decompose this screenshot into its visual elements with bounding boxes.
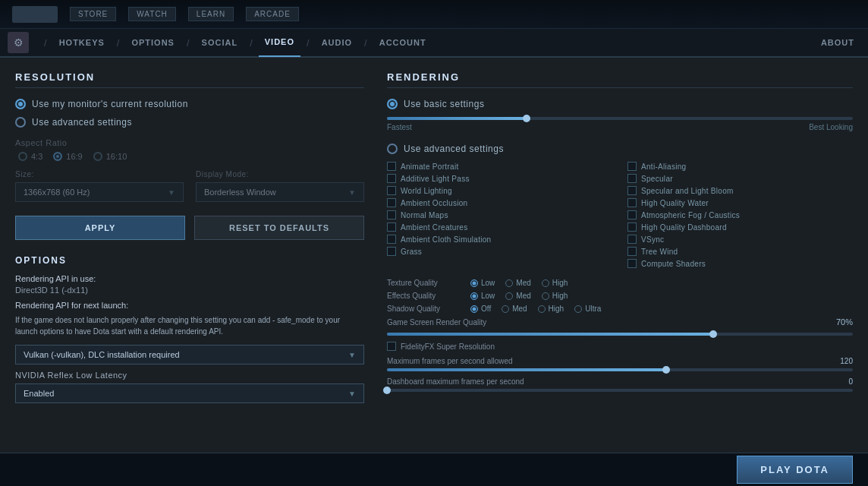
checkbox-ambient-occlusion-box[interactable]	[387, 198, 396, 207]
effects-high-radio[interactable]	[542, 292, 549, 300]
texture-low[interactable]: Low	[470, 279, 495, 287]
max-frames-slider-track[interactable]	[387, 368, 853, 371]
gsrq-slider-thumb[interactable]	[709, 330, 717, 338]
api-warning: If the game does not launch properly aft…	[15, 314, 364, 337]
nvidia-select[interactable]: Enabled ▼	[15, 383, 364, 403]
checkbox-anti-aliasing[interactable]: Anti-Aliasing	[627, 162, 853, 171]
effects-high[interactable]: High	[542, 292, 568, 300]
aspect-16-10[interactable]: 16:10	[93, 152, 127, 161]
checkbox-animate-portrait-box[interactable]	[387, 162, 396, 171]
checkbox-ambient-occlusion[interactable]: Ambient Occlusion	[387, 198, 612, 207]
checkbox-cloth-sim[interactable]: Ambient Cloth Simulation	[387, 235, 612, 244]
render-quality-slider-thumb[interactable]	[523, 115, 530, 122]
checkbox-specular-bloom-box[interactable]	[627, 186, 637, 195]
checkbox-additive-light[interactable]: Additive Light Pass	[387, 174, 612, 183]
shadow-med[interactable]: Med	[502, 305, 527, 313]
store-button[interactable]: STORE	[70, 7, 116, 21]
dashboard-frames-slider-track[interactable]	[387, 389, 853, 392]
radio-16-10[interactable]	[93, 152, 102, 161]
play-button[interactable]: PLAY DOTA	[737, 456, 853, 484]
checkbox-grass[interactable]: Grass	[387, 247, 612, 256]
shadow-off-radio[interactable]	[470, 305, 478, 313]
checkbox-tree-wind[interactable]: Tree Wind	[627, 247, 853, 256]
radio-16-9[interactable]	[53, 152, 62, 161]
checkbox-vsync[interactable]: VSync	[627, 235, 853, 244]
checkbox-world-lighting-box[interactable]	[387, 186, 396, 195]
shadow-off[interactable]: Off	[470, 305, 491, 313]
tab-account[interactable]: ACCOUNT	[373, 28, 432, 57]
fidelity-row[interactable]: FidelityFX Super Resolution	[387, 342, 853, 351]
radio-advanced-row[interactable]: Use advanced settings	[15, 117, 364, 128]
dashboard-frames-slider-thumb[interactable]	[383, 387, 391, 394]
checkbox-atmos-fog-box[interactable]	[627, 210, 637, 219]
checkbox-compute-shaders[interactable]: Compute Shaders	[627, 259, 853, 268]
tab-options[interactable]: OPTIONS	[125, 28, 181, 57]
size-select[interactable]: 1366x768 (60 Hz) ▼	[15, 182, 184, 202]
aspect-16-9-label: 16:9	[66, 152, 82, 161]
radio-advanced[interactable]	[15, 117, 26, 128]
effects-low[interactable]: Low	[470, 292, 495, 300]
tab-hotkeys[interactable]: HOTKEYS	[53, 28, 111, 57]
checkbox-additive-light-box[interactable]	[387, 174, 396, 183]
radio-monitor[interactable]	[15, 99, 26, 109]
shadow-ultra-radio[interactable]	[574, 305, 582, 313]
texture-high-radio[interactable]	[542, 279, 549, 287]
effects-med[interactable]: Med	[505, 292, 530, 300]
checkbox-specular[interactable]: Specular	[627, 174, 853, 183]
texture-med[interactable]: Med	[505, 279, 530, 287]
vulkan-select[interactable]: Vulkan (-vulkan), DLC installation requi…	[15, 345, 364, 364]
shadow-high-radio[interactable]	[538, 305, 546, 313]
checkbox-grass-box[interactable]	[387, 247, 396, 256]
radio-basic[interactable]	[387, 99, 398, 109]
display-mode-select[interactable]: Borderless Window ▼	[196, 182, 364, 202]
fidelity-checkbox[interactable]	[387, 342, 396, 351]
effects-low-radio[interactable]	[470, 292, 478, 300]
checkbox-world-lighting[interactable]: World Lighting	[387, 186, 612, 195]
reset-button[interactable]: RESET TO DEFAULTS	[194, 216, 364, 240]
tab-audio[interactable]: AUDIO	[316, 28, 358, 57]
checkbox-animate-portrait[interactable]: Animate Portrait	[387, 162, 612, 171]
radio-advanced-rendering[interactable]	[387, 144, 398, 154]
texture-med-radio[interactable]	[505, 279, 513, 287]
aspect-16-9[interactable]: 16:9	[53, 152, 82, 161]
options-section: OPTIONS Rendering API in use: Direct3D 1…	[15, 255, 364, 403]
checkbox-ambient-creatures[interactable]: Ambient Creatures	[387, 222, 612, 232]
checkbox-compute-shaders-box[interactable]	[627, 259, 637, 268]
checkbox-vsync-box[interactable]	[627, 235, 637, 244]
radio-basic-row[interactable]: Use basic settings	[387, 99, 853, 109]
texture-high[interactable]: High	[542, 279, 568, 287]
effects-med-radio[interactable]	[505, 292, 513, 300]
checkbox-tree-wind-box[interactable]	[627, 247, 637, 256]
max-frames-slider-thumb[interactable]	[662, 366, 670, 374]
tab-social[interactable]: SOCIAL	[196, 28, 244, 57]
radio-4-3[interactable]	[18, 152, 27, 161]
checkbox-ambient-creatures-box[interactable]	[387, 222, 396, 232]
learn-button[interactable]: LEARN	[188, 7, 234, 21]
tab-video[interactable]: VIDEO	[259, 28, 300, 57]
apply-button[interactable]: APPLY	[15, 216, 185, 240]
checkbox-normal-maps-box[interactable]	[387, 210, 396, 219]
render-quality-slider-track[interactable]	[387, 117, 853, 120]
checkbox-normal-maps[interactable]: Normal Maps	[387, 210, 612, 219]
checkbox-specular-bloom[interactable]: Specular and Light Bloom	[627, 186, 853, 195]
watch-button[interactable]: WATCH	[128, 7, 176, 21]
shadow-high[interactable]: High	[538, 305, 565, 313]
checkbox-high-quality-dashboard-box[interactable]	[627, 222, 637, 232]
arcade-button[interactable]: ARCADE	[246, 7, 299, 21]
tab-about[interactable]: ABOUT	[815, 28, 860, 57]
checkbox-high-quality-dashboard[interactable]: High Quality Dashboard	[627, 222, 853, 232]
checkbox-atmos-fog[interactable]: Atmospheric Fog / Caustics	[627, 210, 853, 219]
slider-fastest-label: Fastest	[387, 123, 412, 131]
aspect-4-3[interactable]: 4:3	[18, 152, 42, 161]
gsrq-slider-track[interactable]	[387, 333, 853, 336]
radio-monitor-row[interactable]: Use my monitor's current resolution	[15, 99, 364, 109]
radio-advanced-rendering-row[interactable]: Use advanced settings	[387, 144, 853, 154]
checkbox-high-quality-water[interactable]: High Quality Water	[627, 198, 853, 207]
checkbox-anti-aliasing-box[interactable]	[627, 162, 637, 171]
shadow-ultra[interactable]: Ultra	[574, 305, 601, 313]
checkbox-high-quality-water-box[interactable]	[627, 198, 637, 207]
shadow-med-radio[interactable]	[502, 305, 509, 313]
checkbox-cloth-sim-box[interactable]	[387, 235, 396, 244]
texture-low-radio[interactable]	[470, 279, 478, 287]
checkbox-specular-box[interactable]	[627, 174, 637, 183]
